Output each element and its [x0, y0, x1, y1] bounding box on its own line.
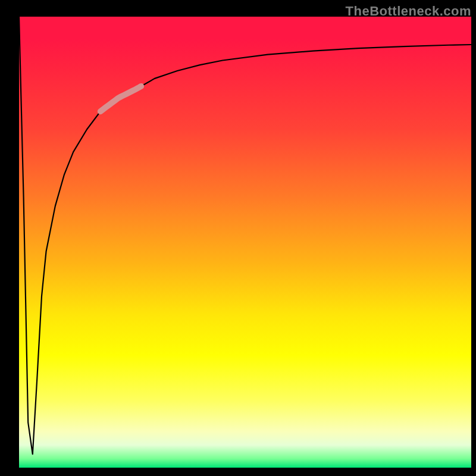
- watermark-text: TheBottleneck.com: [346, 4, 471, 19]
- chart-frame: TheBottleneck.com: [0, 0, 476, 476]
- plot-area: [19, 17, 471, 468]
